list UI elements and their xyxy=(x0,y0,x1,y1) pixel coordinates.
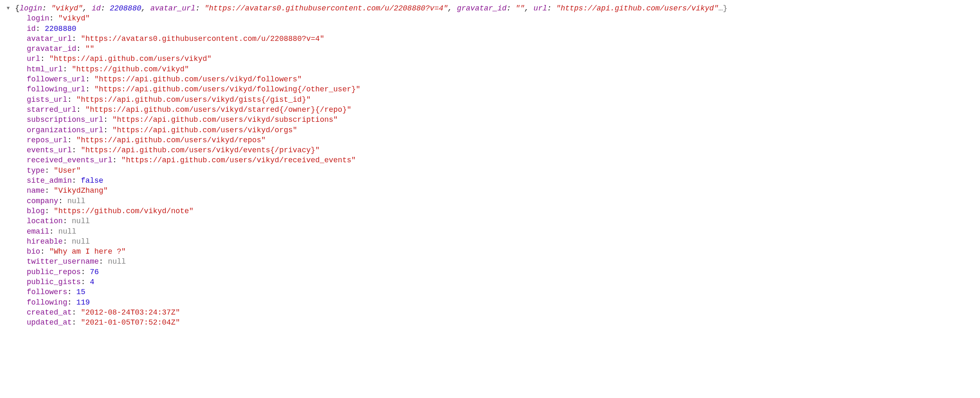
property-row[interactable]: followers: 15 xyxy=(7,287,973,297)
property-key: id xyxy=(27,25,36,33)
property-row[interactable]: updated_at: "2021-01-05T07:52:04Z" xyxy=(7,317,973,327)
colon: : xyxy=(99,257,108,266)
property-row[interactable]: repos_url: "https://api.github.com/users… xyxy=(7,135,973,145)
property-key: organizations_url xyxy=(27,126,104,134)
property-row[interactable]: id: 2208880 xyxy=(7,24,973,34)
property-key: gists_url xyxy=(27,96,67,104)
property-key: events_url xyxy=(27,146,72,154)
colon: : xyxy=(112,156,121,164)
preview-key: url xyxy=(533,4,547,13)
property-row[interactable]: blog: "https://github.com/vikyd/note" xyxy=(7,206,973,216)
colon: : xyxy=(63,65,72,73)
property-key: bio xyxy=(27,247,40,256)
colon: : xyxy=(49,14,58,23)
property-key: followers xyxy=(27,288,67,296)
object-summary-line[interactable]: ▼{login: "vikyd", id: 2208880, avatar_ur… xyxy=(7,3,973,13)
property-row[interactable]: created_at: "2012-08-24T03:24:37Z" xyxy=(7,307,973,317)
property-value: false xyxy=(81,176,104,185)
property-value: 15 xyxy=(76,288,86,296)
property-value: 4 xyxy=(90,278,94,286)
colon: : xyxy=(72,308,81,317)
property-value: "https://api.github.com/users/vikyd/gist… xyxy=(76,96,311,104)
property-row[interactable]: url: "https://api.github.com/users/vikyd… xyxy=(7,54,973,64)
property-key: name xyxy=(27,186,45,195)
property-value: "User" xyxy=(54,166,81,175)
property-key: location xyxy=(27,217,63,225)
property-value: "Why am I here ?" xyxy=(49,247,126,256)
property-row[interactable]: html_url: "https://github.com/vikyd" xyxy=(7,64,973,74)
property-row[interactable]: login: "vikyd" xyxy=(7,13,973,23)
property-row[interactable]: gravatar_id: "" xyxy=(7,44,973,54)
colon: : xyxy=(81,268,90,276)
property-row[interactable]: organizations_url: "https://api.github.c… xyxy=(7,125,973,135)
property-value: "https://api.github.com/users/vikyd/rece… xyxy=(121,156,356,164)
colon: : xyxy=(76,106,86,114)
property-row[interactable]: received_events_url: "https://api.github… xyxy=(7,155,973,165)
preview-key: login xyxy=(20,4,42,13)
property-value: 119 xyxy=(76,298,90,307)
property-row[interactable]: subscriptions_url: "https://api.github.c… xyxy=(7,115,973,125)
property-value: "https://api.github.com/users/vikyd/repo… xyxy=(76,136,266,144)
property-value: "VikydZhang" xyxy=(54,186,108,195)
property-row[interactable]: email: null xyxy=(7,227,973,237)
property-row[interactable]: events_url: "https://api.github.com/user… xyxy=(7,145,973,155)
colon: : xyxy=(36,25,45,33)
property-key: repos_url xyxy=(27,136,67,144)
preview-value: "https://api.github.com/users/vikyd" xyxy=(556,4,718,13)
property-key: updated_at xyxy=(27,318,72,327)
property-row[interactable]: gists_url: "https://api.github.com/users… xyxy=(7,95,973,105)
property-row[interactable]: avatar_url: "https://avatars0.githubuser… xyxy=(7,34,973,44)
colon: : xyxy=(76,45,86,53)
colon: : xyxy=(45,166,54,175)
preview-value: "https://avatars0.githubusercontent.com/… xyxy=(205,4,448,13)
property-value: "vikyd" xyxy=(58,14,90,23)
property-key: received_events_url xyxy=(27,156,112,164)
colon: : xyxy=(104,116,113,124)
property-row[interactable]: followers_url: "https://api.github.com/u… xyxy=(7,74,973,84)
property-key: avatar_url xyxy=(27,35,72,43)
colon: : xyxy=(58,197,68,205)
property-row[interactable]: name: "VikydZhang" xyxy=(7,186,973,196)
property-row[interactable]: following: 119 xyxy=(7,297,973,307)
property-row[interactable]: company: null xyxy=(7,196,973,206)
colon: : xyxy=(49,227,58,236)
colon: : xyxy=(72,176,81,185)
colon: : xyxy=(67,298,76,307)
property-value: "https://api.github.com/users/vikyd/orgs… xyxy=(112,126,297,134)
object-preview: {login: "vikyd", id: 2208880, avatar_url… xyxy=(15,4,727,13)
property-row[interactable]: public_repos: 76 xyxy=(7,267,973,277)
property-key: created_at xyxy=(27,308,72,317)
property-value: null xyxy=(58,227,76,236)
preview-key: avatar_url xyxy=(150,4,195,13)
colon: : xyxy=(67,288,76,296)
property-value: "2012-08-24T03:24:37Z" xyxy=(81,308,180,317)
property-value: "https://avatars0.githubusercontent.com/… xyxy=(81,35,324,43)
property-key: twitter_username xyxy=(27,257,99,266)
property-value: "https://github.com/vikyd/note" xyxy=(54,207,194,215)
property-row[interactable]: site_admin: false xyxy=(7,176,973,186)
property-key: following xyxy=(27,298,67,307)
property-row[interactable]: bio: "Why am I here ?" xyxy=(7,247,973,257)
property-row[interactable]: twitter_username: null xyxy=(7,257,973,267)
preview-ellipsis: …} xyxy=(718,4,727,13)
property-key: public_gists xyxy=(27,278,81,286)
colon: : xyxy=(45,207,54,215)
property-key: public_repos xyxy=(27,268,81,276)
property-row[interactable]: location: null xyxy=(7,216,973,226)
property-key: gravatar_id xyxy=(27,45,76,53)
preview-value: "" xyxy=(515,4,525,13)
property-row[interactable]: type: "User" xyxy=(7,166,973,176)
expand-toggle-icon[interactable]: ▼ xyxy=(7,5,13,12)
preview-key: id xyxy=(92,4,101,13)
property-row[interactable]: public_gists: 4 xyxy=(7,277,973,287)
property-row[interactable]: starred_url: "https://api.github.com/use… xyxy=(7,105,973,115)
property-row[interactable]: hireable: null xyxy=(7,237,973,247)
colon: : xyxy=(40,55,49,63)
colon: : xyxy=(63,237,72,246)
property-value: "" xyxy=(85,45,94,53)
property-row[interactable]: following_url: "https://api.github.com/u… xyxy=(7,84,973,94)
property-value: null xyxy=(67,197,85,205)
preview-value: "vikyd" xyxy=(51,4,83,13)
property-value: "https://github.com/vikyd" xyxy=(72,65,189,73)
property-key: following_url xyxy=(27,85,85,93)
